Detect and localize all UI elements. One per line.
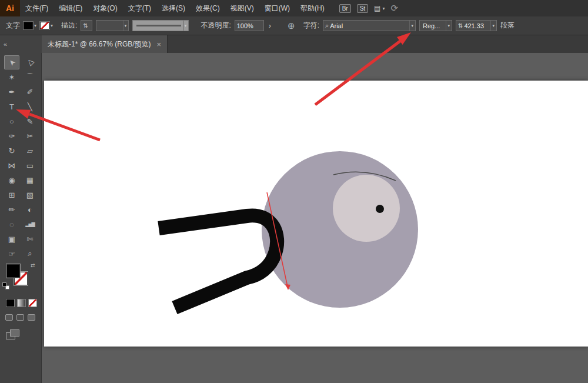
font-size-value: 421.33: [463, 22, 490, 29]
zoom-tool[interactable]: ⌕: [22, 247, 38, 261]
scale-tool[interactable]: ▱: [22, 144, 38, 158]
menu-select[interactable]: 选择(S): [156, 0, 191, 16]
stock-button[interactable]: St: [357, 4, 368, 13]
eye-circle[interactable]: [333, 175, 400, 242]
type-tool-icon: T: [9, 102, 14, 111]
pen-tool[interactable]: ✒: [4, 85, 19, 99]
font-family-select[interactable]: ⌕ Arial ▾: [323, 20, 416, 31]
app-logo[interactable]: Ai: [0, 0, 20, 16]
tools-grid: ➤ ▷ ✶ ⌒ ✒ ✐ T ╲ ○ ✎ ✑ ✂ ↻ ▱ ⋈ ▭ ◉ ▦ ⊞ ▧ …: [0, 55, 42, 261]
scissors-tool[interactable]: ✂: [22, 129, 38, 143]
draw-behind-button[interactable]: [16, 314, 24, 321]
toolbar-collapse-button[interactable]: «: [0, 35, 42, 53]
mesh-tool[interactable]: ⊞: [4, 188, 19, 202]
font-style-select[interactable]: Reg... ▾: [419, 20, 452, 31]
gradient-button[interactable]: [17, 299, 26, 307]
magic-wand-tool[interactable]: ✶: [4, 70, 19, 84]
column-graph-tool[interactable]: ▂▅▇: [22, 217, 38, 231]
artboard[interactable]: [44, 81, 588, 347]
stepper-icon: ⇅: [458, 22, 463, 29]
canvas-area[interactable]: [42, 53, 588, 383]
fill-color-swatch[interactable]: [6, 264, 21, 278]
hand-tool[interactable]: ☞: [4, 247, 19, 261]
body-circle[interactable]: [262, 151, 418, 308]
artboard-tool[interactable]: ▣: [4, 232, 19, 246]
workspace-grid-icon: ▤: [374, 4, 380, 12]
symbol-sprayer-tool[interactable]: ◌: [4, 217, 19, 231]
perspective-grid-tool[interactable]: ▦: [22, 173, 38, 187]
shape-builder-tool[interactable]: ◉: [4, 173, 19, 187]
brush-definition-select[interactable]: ▾: [132, 20, 189, 31]
eyedropper-tool[interactable]: ✏: [4, 202, 19, 217]
paintbrush-tool[interactable]: ✐: [22, 85, 38, 99]
opacity-input[interactable]: 100%: [235, 20, 264, 31]
menu-view[interactable]: 视图(V): [225, 0, 259, 16]
ellipse-tool[interactable]: ○: [4, 114, 19, 128]
fill-color-dropdown[interactable]: ▾: [24, 22, 36, 29]
width-tool[interactable]: ⋈: [4, 158, 19, 172]
change-screen-mode-button[interactable]: [6, 329, 21, 341]
column-graph-tool-icon: ▂▅▇: [25, 222, 34, 227]
pupil-circle[interactable]: [376, 205, 384, 213]
slice-tool-icon: ✄: [27, 235, 34, 244]
stepper-icon: ⇅: [83, 22, 88, 29]
pencil-tool-icon: ✎: [27, 117, 34, 126]
perspective-grid-tool-icon: ▦: [26, 176, 34, 185]
menu-window[interactable]: 窗口(W): [259, 0, 295, 16]
caret-down-icon: ▾: [183, 21, 187, 31]
blend-tool[interactable]: ◐: [22, 202, 38, 217]
pencil-tool[interactable]: ✎: [22, 114, 38, 128]
caret-down-icon: ▾: [34, 23, 36, 28]
selection-tool[interactable]: ➤: [4, 55, 19, 69]
font-size-select[interactable]: ⇅ 421.33 ▾: [456, 20, 497, 31]
menu-edit[interactable]: 编辑(E): [54, 0, 88, 16]
zoom-tool-icon: ⌕: [28, 249, 32, 258]
opacity-value: 100%: [237, 22, 253, 29]
artboard-tool-icon: ▣: [8, 235, 15, 244]
document-tab[interactable]: 未标题-1* @ 66.67% (RGB/预览) ×: [42, 35, 168, 53]
blob-brush-tool[interactable]: ✑: [4, 129, 19, 143]
artwork: [44, 81, 588, 347]
menu-effect[interactable]: 效果(C): [191, 0, 225, 16]
color-button[interactable]: [6, 299, 15, 307]
bridge-button[interactable]: Br: [339, 4, 351, 13]
paragraph-label: 段落: [500, 21, 514, 31]
menu-type[interactable]: 文字(T): [123, 0, 156, 16]
blob-brush-tool-icon: ✑: [9, 132, 15, 141]
menu-object[interactable]: 对象(O): [88, 0, 122, 16]
draw-normal-button[interactable]: [5, 314, 13, 321]
opacity-label: 不透明度:: [201, 21, 230, 31]
free-transform-tool[interactable]: ▭: [22, 158, 38, 172]
free-transform-tool-icon: ▭: [26, 161, 34, 170]
direct-selection-tool[interactable]: ▷: [22, 55, 38, 69]
default-colors-icon[interactable]: [2, 282, 11, 291]
caret-down-icon: ▾: [382, 6, 385, 11]
magnet-shape[interactable]: [159, 215, 277, 308]
tab-bar: « 未标题-1* @ 66.67% (RGB/预览) ×: [0, 35, 588, 53]
opacity-panel-chevron[interactable]: ›: [268, 21, 272, 30]
mesh-tool-icon: ⊞: [9, 191, 15, 199]
stroke-weight-select[interactable]: ▾: [96, 20, 129, 31]
scissors-tool-icon: ✂: [27, 132, 34, 141]
stroke-weight-stepper[interactable]: ⇅: [81, 20, 92, 31]
type-tool[interactable]: T: [4, 99, 19, 114]
menu-file[interactable]: 文件(F): [20, 0, 54, 16]
slice-tool[interactable]: ✄: [22, 232, 38, 246]
tab-close-icon[interactable]: ×: [157, 40, 162, 49]
globe-icon[interactable]: ⊕: [288, 21, 295, 31]
sync-icon[interactable]: ⟳: [390, 3, 398, 14]
gradient-tool-icon: ▧: [26, 191, 34, 199]
lasso-tool[interactable]: ⌒: [22, 70, 38, 84]
draw-inside-button[interactable]: [28, 314, 35, 321]
fill-stroke-indicator: ⇄: [6, 264, 38, 292]
rotate-tool[interactable]: ↻: [4, 144, 19, 158]
gradient-tool[interactable]: ▧: [22, 188, 38, 202]
workspace-switcher[interactable]: ▤ ▾: [374, 4, 385, 12]
caret-down-icon: ▾: [490, 21, 495, 31]
stroke-color-dropdown[interactable]: ▾: [40, 22, 53, 29]
color-mode-buttons: [6, 299, 37, 307]
menu-help[interactable]: 帮助(H): [295, 0, 330, 16]
line-segment-tool[interactable]: ╲: [22, 99, 38, 114]
swap-colors-icon[interactable]: ⇄: [31, 262, 35, 268]
none-button[interactable]: [28, 299, 37, 307]
